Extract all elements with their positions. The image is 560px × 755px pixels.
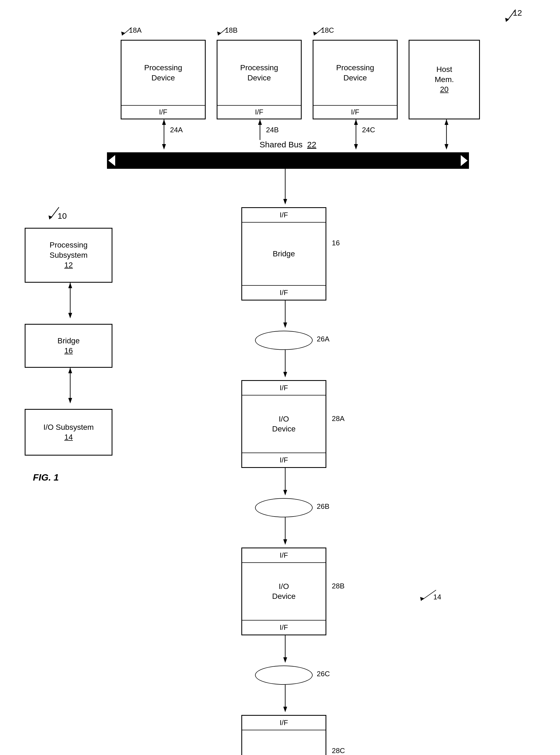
- io-subsystem-label: I/O Subsystem14: [43, 422, 94, 442]
- arrow-24a: [160, 119, 168, 152]
- svg-marker-17: [162, 144, 166, 150]
- bridge-fig2-ref: 16: [332, 239, 340, 247]
- svg-marker-29: [461, 155, 467, 166]
- svg-marker-39: [283, 539, 287, 545]
- svg-marker-6: [68, 398, 72, 403]
- pd-18a-ref-arrow: [115, 23, 137, 40]
- pd-18a-label: ProcessingDevice: [144, 63, 182, 83]
- arrow-24c: [352, 119, 360, 152]
- svg-marker-45: [283, 707, 287, 712]
- pd-18c-label: ProcessingDevice: [336, 63, 374, 83]
- svg-marker-18: [162, 119, 166, 125]
- host-mem-label: HostMem.20: [435, 64, 454, 94]
- bridge-fig2-box: I/F Bridge I/F: [241, 207, 326, 301]
- svg-line-8: [507, 9, 516, 21]
- svg-marker-33: [283, 323, 287, 328]
- svg-marker-4: [68, 283, 72, 288]
- io-device-28a-box: I/F I/ODevice I/F: [241, 380, 326, 468]
- io-device-28c-box: I/F I/ODevice: [241, 715, 326, 755]
- io-28c-if-top: I/F: [242, 716, 325, 730]
- svg-line-0: [51, 207, 59, 218]
- conn-26a-label: 26A: [317, 335, 329, 343]
- io-28b-if-bottom: I/F: [242, 620, 325, 635]
- arrow-hostmem: [442, 119, 451, 152]
- ellipse-26b: [255, 498, 313, 517]
- svg-marker-7: [68, 368, 72, 373]
- arrow-bridge-to-iosub: [67, 368, 73, 409]
- arrow-28b-to-26c: [281, 635, 289, 665]
- arrow-26a-to-28a: [281, 350, 289, 380]
- svg-marker-27: [444, 119, 448, 125]
- ellipse-26a: [255, 331, 313, 350]
- pd-18b-label: ProcessingDevice: [240, 63, 278, 83]
- svg-marker-31: [283, 199, 287, 205]
- arrow-26c-to-28c: [281, 685, 289, 715]
- bridge-if-bottom: I/F: [242, 285, 325, 300]
- io-28a-if-top: I/F: [242, 381, 325, 395]
- svg-marker-37: [283, 490, 287, 496]
- bridge-if-top: I/F: [242, 208, 325, 222]
- pd-18b-if: I/F: [218, 105, 301, 119]
- arrow-bridge-to-26a: [281, 301, 289, 331]
- io-28c-label: I/ODevice: [272, 753, 296, 755]
- io-28a-ref: 28A: [332, 414, 344, 423]
- svg-marker-23: [354, 144, 358, 150]
- pd-18a-if: I/F: [121, 105, 205, 119]
- arrow-26b-to-28b: [281, 517, 289, 547]
- conn-26c-label: 26C: [317, 670, 330, 678]
- svg-marker-43: [283, 657, 287, 663]
- arrow-ps-to-bridge: [67, 283, 73, 324]
- proc-device-18c: ProcessingDevice I/F: [313, 40, 398, 119]
- pd-18b-ref-arrow: [211, 23, 233, 40]
- system-ref-arrow: [499, 5, 521, 27]
- svg-marker-28: [108, 155, 115, 166]
- shared-bus-label: Shared Bus 22: [256, 140, 321, 149]
- io-device-28b-box: I/F I/ODevice I/F: [241, 547, 326, 635]
- processing-subsystem-label: ProcessingSubsystem12: [49, 240, 88, 270]
- diagram-container: 10 ProcessingSubsystem12 Bridge16 I/O Su…: [0, 0, 560, 755]
- io-sub-ref-arrow: [414, 585, 442, 606]
- fig1-arrow: [42, 203, 64, 225]
- svg-marker-26: [444, 144, 448, 150]
- svg-marker-9: [505, 18, 509, 22]
- pd-18c-if: I/F: [314, 105, 397, 119]
- bridge-fig1-label: Bridge16: [58, 336, 80, 356]
- conn-24a-label: 24A: [170, 126, 183, 134]
- bus-left-arrow: [107, 152, 123, 169]
- arrow-bus-to-bridge: [281, 169, 289, 207]
- conn-24b-label: 24B: [266, 126, 279, 134]
- svg-marker-1: [48, 215, 53, 219]
- io-28a-label: I/ODevice: [272, 414, 296, 434]
- fig1-caption: FIG. 1: [33, 472, 59, 483]
- bus-right-arrow: [453, 152, 469, 169]
- conn-24c-label: 24C: [362, 126, 375, 134]
- pd-18c-ref-arrow: [307, 23, 329, 40]
- shared-bus: Shared Bus 22: [107, 152, 469, 169]
- bridge-fig1-box: Bridge16: [25, 324, 113, 368]
- io-28b-if-top: I/F: [242, 548, 325, 563]
- svg-marker-24: [354, 119, 358, 125]
- processing-subsystem-box: ProcessingSubsystem12: [25, 228, 113, 283]
- svg-marker-3: [68, 313, 72, 318]
- io-28b-label: I/ODevice: [272, 582, 296, 602]
- svg-line-40: [422, 590, 436, 600]
- io-28c-ref: 28C: [332, 747, 345, 755]
- io-28b-ref: 28B: [332, 582, 344, 591]
- proc-device-18a: ProcessingDevice I/F: [121, 40, 206, 119]
- proc-device-18b: ProcessingDevice I/F: [217, 40, 302, 119]
- arrow-28a-to-26b: [281, 468, 289, 498]
- svg-marker-21: [258, 119, 262, 125]
- io-subsystem-box: I/O Subsystem14: [25, 409, 113, 456]
- io-28a-if-bottom: I/F: [242, 452, 325, 467]
- svg-marker-35: [283, 372, 287, 377]
- ellipse-26c: [255, 665, 313, 685]
- host-mem-box: HostMem.20: [408, 40, 480, 119]
- bridge-fig2-label: Bridge: [273, 249, 295, 259]
- conn-26b-label: 26B: [317, 502, 329, 511]
